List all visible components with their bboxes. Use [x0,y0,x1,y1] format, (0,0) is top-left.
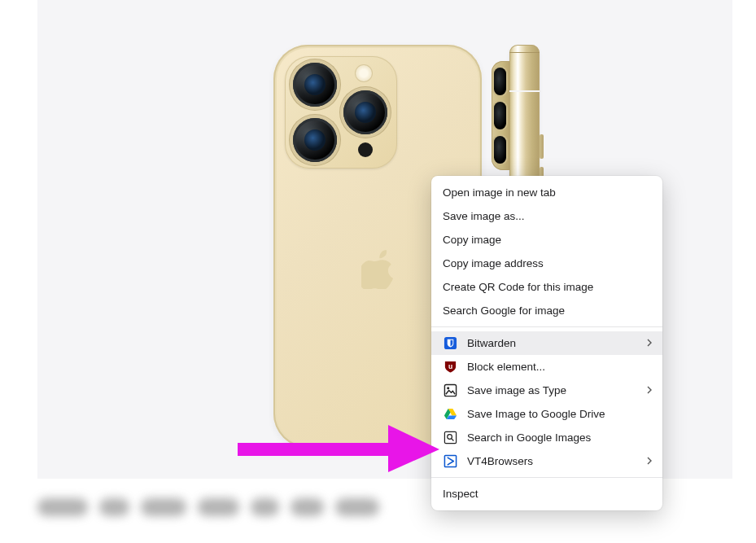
bitwarden-icon [443,336,457,351]
menu-separator [431,326,662,327]
svg-text:u: u [448,362,452,370]
menu-item-label: Search in Google Images [467,431,591,444]
svg-point-3 [447,387,449,389]
submenu-arrow-icon [646,384,653,396]
menu-item-save-as-type[interactable]: Save image as Type [431,379,662,402]
menu-item-vt4browsers[interactable]: VT4Browsers [431,449,662,473]
menu-item-label: Bitwarden [467,337,516,349]
camera-module [285,56,397,169]
blurred-caption [37,498,379,526]
camera-lens-icon [494,136,506,164]
ublock-icon: u [443,360,457,374]
menu-item-copy-image[interactable]: Copy image [431,228,662,252]
menu-item-label: Save image as Type [467,384,566,396]
menu-item-label: Copy image address [443,257,544,269]
camera-lens-icon [494,102,506,129]
menu-item-label: Block element... [467,361,545,373]
camera-lens-icon [343,90,387,134]
menu-item-label: Copy image [443,234,501,246]
menu-item-qr-code[interactable]: Create QR Code for this image [431,275,662,299]
google-images-icon [443,431,457,445]
lidar-sensor-icon [358,142,373,157]
menu-item-save-gdrive[interactable]: Save Image to Google Drive [431,402,662,426]
menu-item-label: Inspect [443,488,479,500]
menu-item-search-google[interactable]: Search Google for image [431,299,662,322]
svg-point-5 [447,435,452,440]
menu-item-block-element[interactable]: u Block element... [431,355,662,379]
camera-lens-icon [293,63,337,107]
svg-rect-4 [444,431,456,443]
vt4browsers-icon [443,454,457,469]
submenu-arrow-icon [646,337,653,349]
camera-lens-icon [293,118,337,162]
menu-item-label: Save image as... [443,210,525,222]
context-menu: Open image in new tab Save image as... C… [431,176,662,510]
menu-item-label: Create QR Code for this image [443,281,593,293]
menu-item-label: Search Google for image [443,304,565,317]
menu-item-bitwarden[interactable]: Bitwarden [431,331,662,355]
menu-item-save-as[interactable]: Save image as... [431,204,662,228]
side-button-icon [540,134,544,159]
menu-item-search-gimages[interactable]: Search in Google Images [431,426,662,449]
menu-item-label: Open image in new tab [443,186,556,199]
menu-item-label: Save Image to Google Drive [467,408,605,420]
image-type-icon [443,383,457,398]
camera-flash-icon [355,64,373,82]
apple-logo-icon [361,250,394,289]
menu-item-open-new-tab[interactable]: Open image in new tab [431,181,662,204]
camera-lens-icon [494,68,506,95]
svg-rect-6 [444,455,456,466]
google-drive-icon [443,407,457,422]
menu-item-inspect[interactable]: Inspect [431,482,662,506]
submenu-arrow-icon [646,455,653,467]
menu-item-label: VT4Browsers [467,455,533,467]
camera-bump-side [492,61,509,170]
menu-separator [431,477,662,478]
menu-item-copy-address[interactable]: Copy image address [431,252,662,275]
